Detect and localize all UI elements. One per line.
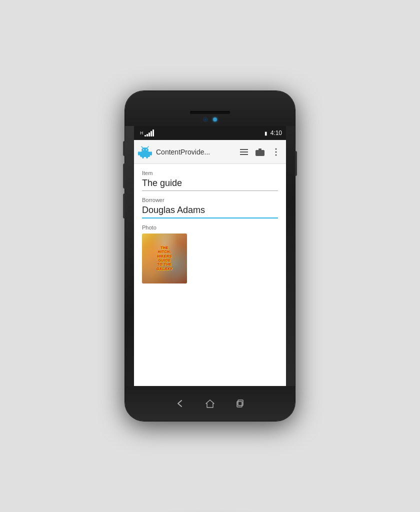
front-camera [203,117,208,122]
recents-nav-button[interactable] [233,396,247,410]
svg-rect-6 [138,152,140,156]
book-title-line-3: HIKERS [157,254,172,258]
book-title-line-1: THE [160,246,168,250]
form-content: Item The guide Borrower Douglas Adams Ph… [134,164,286,290]
bottom-bezel [125,386,295,421]
svg-point-1 [142,148,148,152]
svg-rect-15 [258,148,262,150]
svg-point-3 [146,149,147,150]
volume-button[interactable] [295,151,297,176]
svg-rect-10 [240,149,248,150]
screen: H ▮ 4:10 [134,126,286,386]
signal-bar-4 [150,131,152,136]
photo-thumbnail[interactable]: THE HITCH- HIKERS GUIDE TO THE GALAXY [142,234,187,284]
volume-down-button[interactable] [123,194,125,218]
signal-bar-1 [144,135,146,136]
android-logo-icon [138,145,152,159]
book-cover-image: THE HITCH- HIKERS GUIDE TO THE GALAXY [142,234,187,284]
scene: H ▮ 4:10 [0,0,420,512]
power-button[interactable] [123,141,125,156]
signal-bar-2 [146,134,148,136]
battery-icon: ▮ [264,130,268,136]
svg-point-18 [276,154,277,156]
svg-point-16 [276,148,277,150]
book-title-line-6: GALAXY [156,267,172,271]
status-bar-left: H [138,130,262,136]
signal-bar-5 [152,130,154,136]
svg-line-4 [142,146,143,148]
svg-rect-9 [146,156,148,158]
signal-bars [144,130,154,136]
camera-icon[interactable] [254,146,266,158]
svg-point-17 [276,151,277,152]
item-value[interactable]: The guide [142,178,278,191]
back-nav-button[interactable] [173,396,187,410]
book-title-line-5: TO THE [158,262,172,266]
status-bar: H ▮ 4:10 [134,126,286,140]
volume-up-button[interactable] [123,164,125,188]
photo-label: Photo [142,224,278,230]
top-bezel [125,91,295,126]
home-nav-button[interactable] [203,396,217,410]
phone-outer: H ▮ 4:10 [125,91,295,421]
book-title-line-4: GUIDE [158,258,171,262]
svg-point-2 [143,149,144,150]
signal-bar-3 [148,132,150,136]
borrower-label: Borrower [142,197,278,203]
svg-marker-19 [206,400,214,408]
network-type: H [140,130,144,136]
book-title-line-2: HITCH- [158,250,172,254]
time-display: 4:10 [270,130,282,136]
svg-rect-8 [142,156,144,158]
app-bar: ContentProvide... [134,140,286,164]
more-options-icon[interactable] [270,146,282,158]
notification-light [213,118,217,122]
list-icon[interactable] [238,146,250,158]
svg-rect-12 [240,154,248,155]
speaker-grille [190,111,230,114]
book-cover-text: THE HITCH- HIKERS GUIDE TO THE GALAXY [146,237,184,280]
svg-rect-11 [240,152,248,152]
borrower-value[interactable]: Douglas Adams [142,205,278,218]
item-label: Item [142,170,278,176]
app-title: ContentProvide... [156,148,234,156]
svg-rect-7 [150,152,152,156]
svg-line-5 [147,146,148,148]
top-sensors [203,117,217,122]
app-bar-actions [238,146,282,158]
